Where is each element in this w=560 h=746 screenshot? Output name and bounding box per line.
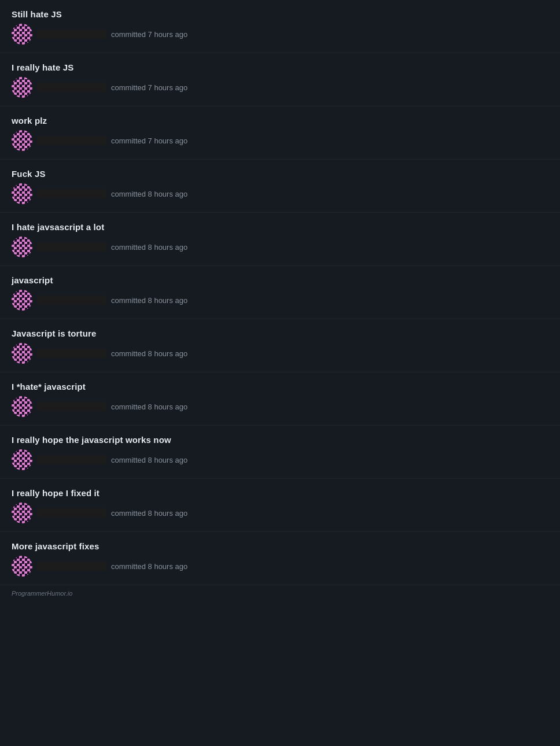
avatar <box>12 183 32 204</box>
commit-item[interactable]: Javascript is torturecommitted 8 hours a… <box>0 319 560 372</box>
redacted-username <box>37 455 106 464</box>
commit-meta: committed 8 hours ago <box>12 237 548 257</box>
commit-title: I really hope the javascript works now <box>12 435 548 445</box>
commit-time: committed 8 hours ago <box>111 509 187 518</box>
commit-title: I really hate JS <box>12 62 548 72</box>
commit-title: Still hate JS <box>12 9 548 19</box>
commit-title: Javascript is torture <box>12 328 548 338</box>
commit-item[interactable]: I hate javsascript a lotcommitted 8 hour… <box>0 213 560 266</box>
commit-item[interactable]: Fuck JScommitted 8 hours ago <box>0 160 560 213</box>
commit-meta: committed 7 hours ago <box>12 24 548 45</box>
redacted-username <box>37 29 106 39</box>
avatar <box>12 343 32 364</box>
commit-time: committed 7 hours ago <box>111 136 187 145</box>
commit-item[interactable]: I really hate JScommitted 7 hours ago <box>0 53 560 106</box>
commit-meta: committed 7 hours ago <box>12 130 548 151</box>
avatar <box>12 396 32 417</box>
commit-time: committed 7 hours ago <box>111 30 187 39</box>
redacted-username <box>37 189 106 198</box>
commit-meta: committed 7 hours ago <box>12 77 548 98</box>
commit-title: I really hope I fixed it <box>12 488 548 498</box>
commit-item[interactable]: I really hope I fixed itcommitted 8 hour… <box>0 479 560 532</box>
commit-meta: committed 8 hours ago <box>12 556 548 577</box>
commit-item[interactable]: I really hope the javascript works nowco… <box>0 426 560 479</box>
commit-title: javascript <box>12 275 548 285</box>
redacted-username <box>37 136 106 145</box>
commit-meta: committed 8 hours ago <box>12 290 548 311</box>
commit-meta: committed 8 hours ago <box>12 183 548 204</box>
commit-time: committed 8 hours ago <box>111 190 187 198</box>
commit-meta: committed 8 hours ago <box>12 396 548 417</box>
avatar <box>12 130 32 151</box>
commit-time: committed 8 hours ago <box>111 243 187 252</box>
commit-meta: committed 8 hours ago <box>12 449 548 470</box>
commit-title: work plz <box>12 116 548 125</box>
redacted-username <box>37 296 106 305</box>
commit-item[interactable]: work plzcommitted 7 hours ago <box>0 106 560 160</box>
avatar <box>12 237 32 257</box>
redacted-username <box>37 242 106 252</box>
commit-item[interactable]: javascriptcommitted 8 hours ago <box>0 266 560 319</box>
commit-meta: committed 8 hours ago <box>12 343 548 364</box>
commit-time: committed 8 hours ago <box>111 296 187 305</box>
commit-time: committed 8 hours ago <box>111 456 187 464</box>
commit-title: Fuck JS <box>12 169 548 179</box>
footer-brand: ProgrammerHumor.io <box>0 585 560 601</box>
avatar <box>12 556 32 577</box>
commit-meta: committed 8 hours ago <box>12 503 548 523</box>
commit-title: More javascript fixes <box>12 541 548 551</box>
commit-list: Still hate JScommitted 7 hours agoI real… <box>0 0 560 585</box>
commit-time: committed 8 hours ago <box>111 562 187 571</box>
commit-item[interactable]: Still hate JScommitted 7 hours ago <box>0 0 560 53</box>
redacted-username <box>37 83 106 92</box>
redacted-username <box>37 508 106 518</box>
avatar <box>12 449 32 470</box>
commit-item[interactable]: I *hate* javascriptcommitted 8 hours ago <box>0 372 560 426</box>
commit-item[interactable]: More javascript fixescommitted 8 hours a… <box>0 532 560 585</box>
avatar <box>12 503 32 523</box>
commit-title: I hate javsascript a lot <box>12 222 548 232</box>
avatar <box>12 290 32 311</box>
redacted-username <box>37 349 106 358</box>
redacted-username <box>37 562 106 571</box>
commit-time: committed 7 hours ago <box>111 83 187 92</box>
commit-time: committed 8 hours ago <box>111 402 187 411</box>
commit-time: committed 8 hours ago <box>111 349 187 358</box>
redacted-username <box>37 402 106 411</box>
avatar <box>12 77 32 98</box>
commit-title: I *hate* javascript <box>12 382 548 392</box>
avatar <box>12 24 32 45</box>
